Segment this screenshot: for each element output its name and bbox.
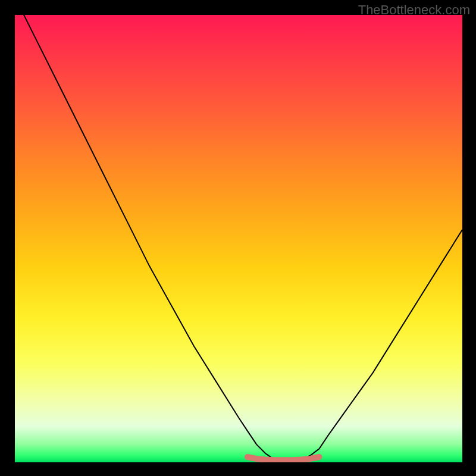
watermark-text: TheBottleneck.com	[358, 2, 470, 18]
bottleneck-curve-path	[15, 15, 462, 461]
chart-svg	[15, 15, 462, 462]
plot-area	[15, 15, 462, 462]
optimal-zone-marker-path	[248, 457, 319, 460]
